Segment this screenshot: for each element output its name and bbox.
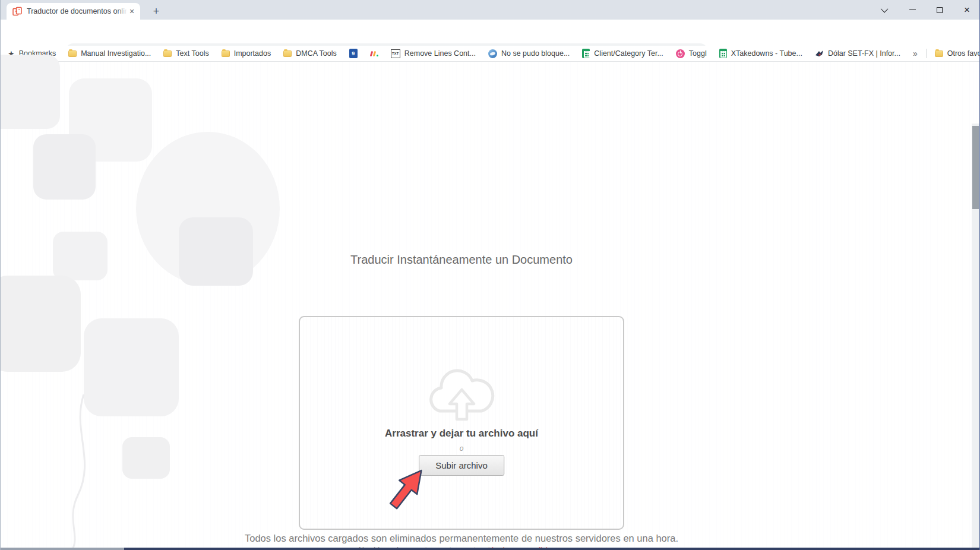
bookmark-item-dolar-setfx[interactable]: Dólar SET-FX | Infor... — [815, 49, 900, 58]
folder-icon — [68, 50, 77, 57]
bookmark-item-colormark[interactable] — [370, 49, 378, 58]
bookmarks-right-group: » Otros favoritos — [913, 49, 980, 58]
tab-close-icon[interactable]: × — [127, 7, 137, 16]
blue-circle-favicon — [488, 49, 497, 58]
upload-cloud-icon — [422, 363, 502, 423]
bookmark-folder-text-tools[interactable]: Text Tools — [163, 49, 208, 58]
site-favicon — [12, 7, 22, 16]
minimize-button[interactable] — [903, 2, 921, 17]
page-scrollbar[interactable] — [972, 124, 979, 550]
scrollbar-thumb[interactable] — [972, 126, 979, 209]
chevron-down-icon — [880, 5, 888, 13]
bottom-edge-strip — [1, 548, 979, 550]
decor-blob — [0, 55, 60, 129]
close-icon: × — [964, 5, 970, 15]
bird-favicon — [815, 49, 824, 58]
bookmark-item-xtakedowns[interactable]: XTakedowns - Tube... — [719, 49, 802, 58]
sheets-favicon — [719, 49, 727, 58]
bookmark-item-no-se-pudo[interactable]: No se pudo bloque... — [488, 49, 570, 58]
decor-string — [54, 394, 102, 550]
bookmark-folder-dmca-tools[interactable]: DMCA Tools — [283, 49, 337, 58]
browser-window: Traductor de documentos online × + × onl… — [0, 0, 980, 550]
bookmarks-separator — [926, 49, 927, 58]
browser-tab[interactable]: Traductor de documentos online × — [7, 3, 140, 20]
bookmark-folder-importados[interactable]: Importados — [222, 49, 271, 58]
bookmark-item-remove-lines[interactable]: TXT Remove Lines Cont... — [391, 49, 476, 58]
decor-blob — [179, 217, 253, 286]
folder-icon — [935, 50, 943, 57]
red-arrow-annotation — [380, 459, 436, 518]
decor-blob — [122, 437, 170, 479]
bookmarks-bar: ★ Bookmarks Manual Investigatio... Text … — [1, 46, 979, 62]
page-content: Traducir Instantáneamente un Documento A… — [1, 62, 979, 550]
titlebar: Traductor de documentos online × + × — [1, 0, 979, 20]
minimize-icon — [909, 10, 916, 11]
bookmark-item-client-category[interactable]: Client/Category Ter... — [582, 49, 663, 58]
retention-notice: Todos los archivos cargados son eliminad… — [245, 533, 678, 544]
other-favorites-folder[interactable]: Otros favoritos — [935, 49, 980, 58]
page-title: Traducir Instantáneamente un Documento — [350, 253, 573, 267]
txt-favicon: TXT — [391, 49, 400, 58]
new-tab-button[interactable]: + — [148, 3, 165, 20]
tab-title: Traductor de documentos online — [27, 7, 127, 15]
bookmark-folder-manual-investigatio[interactable]: Manual Investigatio... — [68, 49, 151, 58]
bookmarks-overflow-icon[interactable]: » — [913, 49, 918, 58]
toggl-favicon — [676, 49, 685, 58]
file-dropzone[interactable] — [299, 316, 624, 530]
dropzone-separator-text: o — [460, 444, 464, 453]
maximize-icon — [937, 7, 943, 13]
bookmark-item-blue9[interactable]: 9 — [349, 49, 358, 58]
tab-search-icon[interactable] — [876, 2, 894, 17]
maximize-button[interactable] — [931, 2, 949, 17]
folder-icon — [222, 50, 230, 57]
toolbar: onlinedoctranslator.com/es/translationfo… — [1, 20, 979, 46]
close-button[interactable]: × — [958, 2, 976, 17]
blue-9-favicon: 9 — [349, 49, 358, 58]
red-mark-favicon — [370, 49, 378, 58]
folder-icon — [163, 50, 172, 57]
decor-blob — [53, 232, 108, 280]
folder-icon — [283, 50, 292, 57]
sheets-favicon — [582, 49, 590, 58]
bookmark-item-toggl[interactable]: Toggl — [676, 49, 707, 58]
decor-blob — [0, 276, 81, 372]
decor-blob — [33, 134, 96, 200]
dropzone-heading: Arrastrar y dejar tu archivo aquí — [385, 428, 538, 440]
